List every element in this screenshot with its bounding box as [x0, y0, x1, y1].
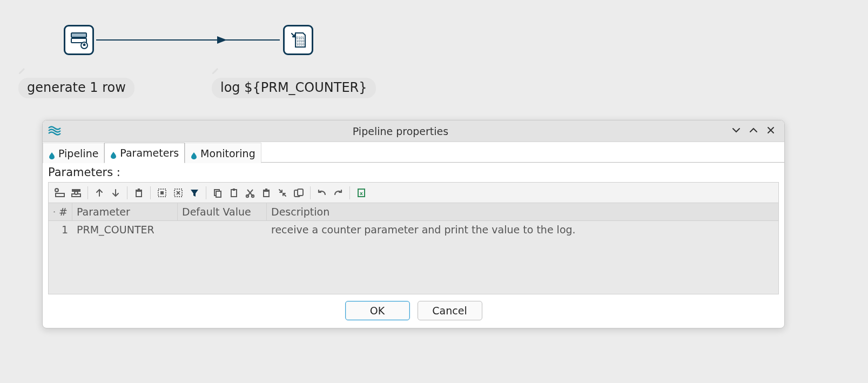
svg-text:1010: 1010 [296, 42, 304, 46]
cell-description[interactable]: receive a counter parameter and print th… [267, 221, 778, 238]
cancel-button[interactable]: Cancel [418, 301, 482, 320]
column-header-index[interactable]: # [49, 203, 72, 220]
dialog-title: Pipeline properties [70, 125, 731, 137]
table-row[interactable]: 1 PRM_COUNTER receive a counter paramete… [49, 221, 778, 238]
svg-rect-15 [216, 191, 221, 197]
tab-label: Monitoring [200, 147, 255, 159]
node-generate-row[interactable] [64, 25, 94, 55]
collapse-icon[interactable] [275, 186, 290, 200]
insert-row-icon[interactable] [69, 186, 83, 200]
section-label-parameters: Parameters : [48, 164, 779, 182]
move-down-icon[interactable] [109, 186, 123, 200]
table-header-row: # Parameter Default Value Description [49, 203, 778, 221]
edit-icon [17, 65, 27, 75]
column-header-default-value[interactable]: Default Value [178, 203, 267, 220]
parameters-toolbar: x [48, 182, 779, 203]
add-row-icon[interactable] [53, 186, 67, 200]
tab-pipeline[interactable]: Pipeline [43, 143, 104, 163]
paste-icon[interactable] [227, 186, 241, 200]
minimize-icon[interactable] [731, 125, 741, 137]
app-icon [48, 125, 61, 138]
svg-text:x: x [360, 191, 363, 196]
ok-button[interactable]: OK [345, 301, 410, 320]
copy-icon[interactable] [211, 186, 225, 200]
svg-rect-17 [233, 189, 235, 191]
svg-rect-21 [298, 189, 303, 196]
cut-icon[interactable] [243, 186, 257, 200]
move-up-icon[interactable] [92, 186, 106, 200]
pipeline-hop-arrow[interactable] [96, 39, 280, 41]
tab-label: Pipeline [58, 147, 98, 159]
filter-icon[interactable] [187, 186, 201, 200]
select-all-icon[interactable] [155, 186, 169, 200]
droplet-icon [110, 149, 117, 157]
generate-rows-icon [64, 25, 94, 55]
tab-monitoring[interactable]: Monitoring [185, 143, 261, 163]
pipeline-properties-dialog: Pipeline properties Pipeline Parameters [42, 120, 785, 328]
svg-rect-6 [56, 193, 64, 197]
tab-label: Parameters [120, 147, 179, 159]
arrow-head-icon [217, 36, 227, 44]
dialog-button-row: OK Cancel [48, 294, 779, 328]
close-icon[interactable] [766, 125, 776, 137]
node-label: log ${PRM_COUNTER} [212, 78, 376, 98]
tab-parameters[interactable]: Parameters [104, 143, 185, 163]
delete-row-icon[interactable] [132, 186, 146, 200]
droplet-icon [191, 150, 197, 157]
maximize-icon[interactable] [749, 125, 758, 137]
droplet-icon [49, 150, 55, 157]
cell-default-value[interactable] [178, 221, 267, 238]
cell-parameter[interactable]: PRM_COUNTER [72, 221, 178, 238]
parameters-table[interactable]: # Parameter Default Value Description 1 … [48, 203, 779, 294]
write-to-log-icon: 0101 1010 1010 [283, 25, 313, 55]
clear-selection-icon[interactable] [171, 186, 185, 200]
tabs-bar: Pipeline Parameters Monitoring [43, 142, 784, 163]
edit-icon [211, 65, 220, 75]
export-excel-icon[interactable]: x [354, 186, 368, 200]
svg-rect-12 [160, 191, 164, 194]
duplicate-icon[interactable] [292, 186, 306, 200]
sort-asc-icon [53, 209, 56, 214]
column-header-description[interactable]: Description [267, 203, 778, 220]
node-log-counter[interactable]: 0101 1010 1010 [283, 25, 313, 55]
undo-icon[interactable] [315, 186, 329, 200]
delete-all-icon[interactable] [259, 186, 273, 200]
node-label: generate 1 row [18, 78, 134, 98]
cell-index: 1 [49, 221, 72, 238]
svg-rect-0 [71, 33, 86, 37]
redo-icon[interactable] [331, 186, 345, 200]
column-header-parameter[interactable]: Parameter [72, 203, 178, 220]
dialog-titlebar[interactable]: Pipeline properties [43, 120, 784, 142]
